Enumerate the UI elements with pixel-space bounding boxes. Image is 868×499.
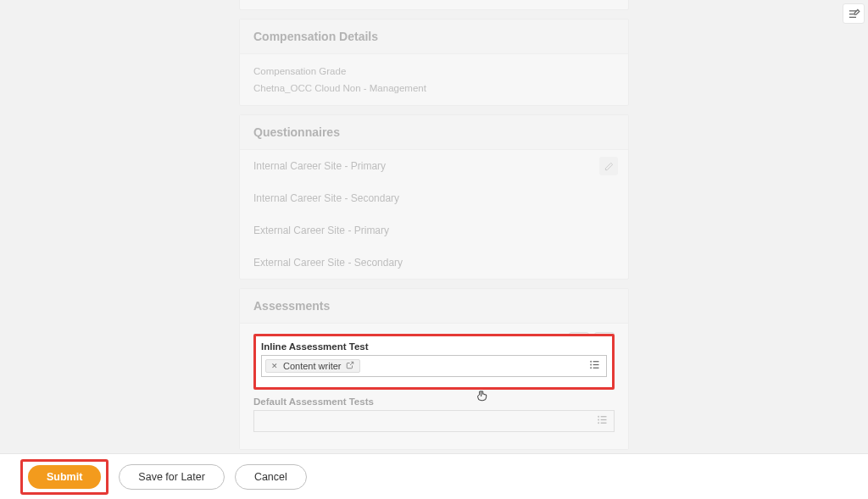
svg-point-8 [598, 419, 599, 420]
svg-point-4 [591, 368, 592, 369]
compensation-header: Compensation Details [240, 19, 628, 54]
inline-assessment-input[interactable]: ✕ Content writer [261, 355, 607, 377]
footer-bar: Submit Save for Later Cancel [0, 453, 868, 499]
card-top-partial [239, 0, 629, 10]
svg-point-10 [598, 423, 599, 424]
questionnaires-card: Questionnaires Internal Career Site - Pr… [239, 114, 629, 280]
main-column: Compensation Details Compensation Grade … [239, 0, 629, 450]
default-assessment-input[interactable] [253, 410, 615, 432]
submit-highlight: Submit [20, 459, 108, 495]
pointer-cursor-icon [476, 389, 489, 407]
edit-icon[interactable] [599, 157, 618, 175]
assessments-card: Assessments Inline Assessment Test ✕ Con… [239, 288, 629, 450]
inline-assessment-highlight: Inline Assessment Test ✕ Content writer [253, 334, 615, 390]
assessments-header: Assessments [240, 289, 628, 324]
external-link-icon[interactable] [346, 361, 354, 371]
list-picker-icon[interactable] [596, 413, 609, 429]
q-item-internal-secondary: Internal Career Site - Secondary [240, 182, 628, 214]
svg-point-2 [591, 364, 592, 365]
q-item-internal-primary: Internal Career Site - Primary [240, 150, 628, 182]
svg-point-0 [591, 361, 592, 362]
tag-label: Content writer [283, 361, 341, 371]
toolbar-settings-icon[interactable] [843, 3, 865, 24]
inline-assessment-label: Inline Assessment Test [261, 341, 607, 352]
compensation-card: Compensation Details Compensation Grade … [239, 19, 629, 106]
q-item-external-secondary: External Career Site - Secondary [240, 247, 628, 279]
q-item-external-primary: External Career Site - Primary [240, 214, 628, 247]
remove-tag-icon[interactable]: ✕ [271, 362, 278, 370]
default-assessment-label: Default Assessment Tests [253, 396, 615, 407]
save-for-later-button[interactable]: Save for Later [119, 464, 225, 490]
questionnaires-header: Questionnaires [240, 115, 628, 150]
list-picker-icon[interactable] [588, 358, 601, 374]
compensation-grade-label: Compensation Grade [253, 66, 615, 76]
compensation-grade-value: Chetna_OCC Cloud Non - Management [253, 83, 615, 93]
tag-content-writer[interactable]: ✕ Content writer [265, 359, 360, 373]
submit-button[interactable]: Submit [28, 465, 101, 489]
cancel-button[interactable]: Cancel [235, 464, 307, 490]
svg-point-6 [598, 416, 599, 417]
